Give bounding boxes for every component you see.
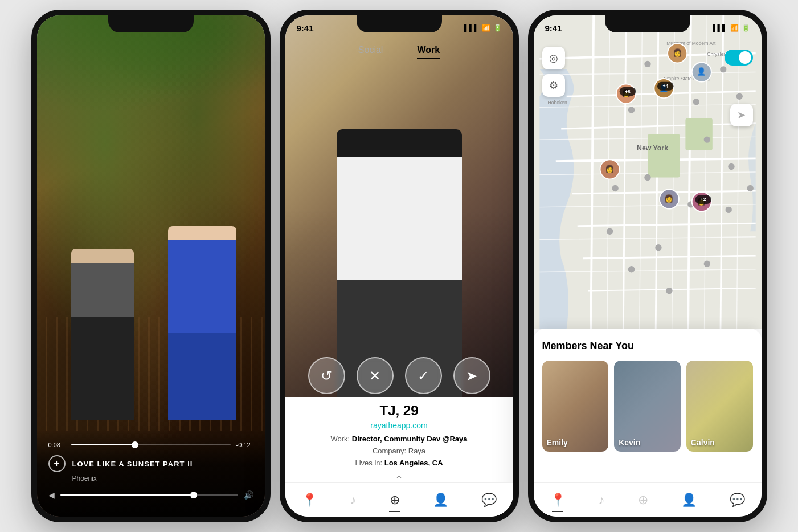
company-label: Company: — [373, 447, 408, 455]
nav-location-2[interactable]: 📍 — [302, 493, 317, 508]
nav-music-2[interactable]: ♪ — [350, 493, 357, 508]
svg-point-45 — [655, 244, 661, 251]
member-card-kevin[interactable]: Kevin — [614, 361, 681, 452]
notch-2 — [357, 15, 442, 32]
svg-text:New York: New York — [637, 144, 668, 152]
volume-min-icon: ◀ — [48, 490, 55, 500]
phone-1: 0:08 -0:12 + LOVE LIKE A SUNSET PART II … — [31, 10, 271, 522]
rewind-button[interactable]: ↺ — [308, 357, 345, 394]
tab-social[interactable]: Social — [358, 45, 383, 59]
members-panel: Members Near You Emily Kevin Calvin — [534, 329, 762, 482]
battery-icon-3: 🔋 — [742, 24, 750, 32]
settings-button[interactable]: ⚙ — [542, 74, 565, 97]
tabs-row: Social Work — [285, 40, 513, 63]
signal-icon-2: ▌▌▌ — [464, 24, 479, 32]
work-value: Director, Community Dev @Raya — [352, 435, 468, 443]
like-button[interactable]: ✓ — [405, 357, 442, 394]
status-time-3: 9:41 — [545, 23, 562, 33]
battery-icon-2: 🔋 — [493, 24, 502, 32]
nav-location-3[interactable]: 📍 — [550, 493, 566, 508]
volume-fill — [60, 494, 194, 496]
member-name-kevin: Kevin — [619, 438, 640, 447]
profile-name: TJ, 29 — [379, 403, 418, 419]
svg-rect-26 — [648, 134, 680, 178]
svg-text:👩: 👩 — [664, 194, 674, 203]
wifi-icon-3: 📶 — [730, 24, 739, 32]
dislike-button[interactable]: ✕ — [357, 357, 394, 394]
phone-2: 9:41 ▌▌▌ 📶 🔋 Social Work ↺ ✕ ✓ ➤ — [280, 10, 519, 522]
svg-text:+8: +8 — [625, 89, 631, 95]
member-card-emily[interactable]: Emily — [542, 361, 609, 452]
progress-row: 0:08 -0:12 — [48, 441, 253, 448]
progress-dot — [132, 441, 138, 448]
music-title: LOVE LIKE A SUNSET PART II — [72, 460, 193, 468]
nav-match-3[interactable]: ⊕ — [638, 493, 648, 508]
volume-dot — [190, 492, 197, 498]
nav-match-2[interactable]: ⊕ — [390, 493, 400, 508]
leaves-decoration — [37, 15, 265, 129]
profile-image — [285, 15, 513, 403]
music-player: 0:08 -0:12 + LOVE LIKE A SUNSET PART II … — [37, 430, 265, 517]
nav-profile-2[interactable]: 👤 — [433, 493, 448, 508]
tab-work[interactable]: Work — [417, 45, 440, 59]
svg-rect-27 — [685, 118, 712, 150]
company-value: Raya — [408, 447, 425, 455]
lives-label: Lives in: — [355, 459, 384, 467]
svg-point-33 — [644, 61, 650, 67]
svg-text:👩: 👩 — [605, 164, 615, 174]
super-like-button[interactable]: ➤ — [453, 357, 490, 394]
toggle-knob — [739, 51, 751, 64]
notch-3 — [605, 15, 690, 32]
person1-figure — [71, 249, 134, 420]
svg-text:👤: 👤 — [697, 67, 706, 76]
svg-point-43 — [725, 207, 731, 213]
svg-point-38 — [703, 136, 710, 142]
signal-icon-3: ▌▌▌ — [713, 24, 727, 32]
status-icons-3: ▌▌▌ 📶 🔋 — [713, 24, 750, 32]
svg-text:👩: 👩 — [672, 48, 682, 58]
map-area[interactable]: Museum of Modern Art Chrysler Building E… — [534, 15, 762, 329]
svg-point-47 — [703, 261, 710, 267]
status-time-2: 9:41 — [297, 23, 314, 33]
toggle-switch[interactable] — [725, 50, 753, 66]
location-button[interactable]: ◎ — [542, 47, 565, 69]
svg-point-41 — [612, 185, 618, 191]
svg-point-35 — [736, 93, 742, 100]
profile-link[interactable]: rayatheapp.com — [370, 421, 427, 430]
svg-point-39 — [728, 163, 734, 170]
phone-3: 9:41 ▌▌▌ 📶 🔋 — [528, 10, 767, 522]
svg-point-49 — [747, 185, 753, 191]
map-controls: ◎ ⚙ — [542, 47, 565, 97]
volume-max-icon: 🔊 — [244, 490, 253, 500]
time-remaining: -0:12 — [236, 441, 253, 448]
svg-point-34 — [720, 66, 726, 72]
svg-text:Hoboken: Hoboken — [547, 100, 567, 105]
wifi-icon-2: 📶 — [482, 24, 490, 32]
member-card-calvin[interactable]: Calvin — [686, 361, 753, 452]
notch-1 — [108, 15, 194, 32]
status-icons-2: ▌▌▌ 📶 🔋 — [464, 24, 502, 32]
progress-bar[interactable] — [71, 444, 231, 445]
member-name-emily: Emily — [547, 438, 568, 447]
progress-fill — [71, 444, 135, 445]
direction-button-area: ➤ — [730, 104, 753, 126]
work-label: Work: — [330, 435, 351, 443]
volume-bar[interactable] — [60, 494, 238, 496]
profile-details: Work: Director, Community Dev @Raya Comp… — [330, 433, 467, 469]
svg-point-44 — [606, 228, 612, 235]
svg-point-46 — [628, 266, 634, 272]
direction-button[interactable]: ➤ — [730, 104, 753, 126]
nav-profile-3[interactable]: 👤 — [681, 493, 697, 508]
bottom-nav-3: 📍 ♪ ⊕ 👤 💬 — [534, 482, 762, 517]
nav-chat-3[interactable]: 💬 — [730, 493, 745, 508]
svg-point-48 — [666, 288, 672, 294]
action-buttons: ↺ ✕ ✓ ➤ — [285, 349, 513, 403]
svg-point-36 — [693, 99, 699, 105]
svg-point-40 — [644, 174, 650, 181]
add-button[interactable]: + — [48, 455, 66, 472]
nav-music-3[interactable]: ♪ — [599, 493, 605, 508]
music-artist: Phoenix — [48, 474, 253, 482]
phone1-background: 0:08 -0:12 + LOVE LIKE A SUNSET PART II … — [37, 15, 265, 517]
nav-chat-2[interactable]: 💬 — [481, 493, 497, 508]
phones-container: 0:08 -0:12 + LOVE LIKE A SUNSET PART II … — [0, 10, 798, 522]
